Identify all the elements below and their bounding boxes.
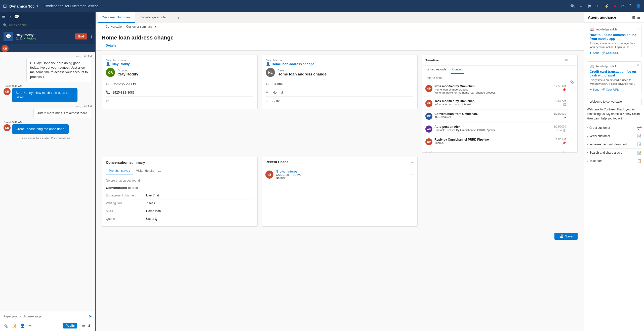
timeline-filter-icon[interactable]: ⊞: [565, 58, 568, 62]
chat-toolbar-icon-3[interactable]: 👤: [20, 323, 25, 328]
flag-icon[interactable]: ⚑: [588, 4, 591, 9]
issue-card: Search issue 👤 Home loan address change …: [262, 55, 418, 109]
script-step-cash[interactable]: › Increase cash withdraw limit 📝: [587, 140, 641, 149]
tl-check-icon[interactable]: ☑: [563, 103, 566, 106]
account-avatar: CR: [106, 68, 115, 77]
tl-emoji-icon[interactable]: ☺: [555, 129, 558, 132]
linked-tab-contact[interactable]: Contact: [451, 66, 464, 74]
sidebar-collapse-icon[interactable]: —: [89, 23, 92, 27]
conv-tab-more[interactable]: ···: [157, 167, 162, 175]
internal-button[interactable]: Internal: [78, 323, 92, 328]
grid-icon[interactable]: ⊞: [3, 3, 7, 9]
recent-cases-card: Recent Cases ··· GI Growth Interest CAS-…: [262, 157, 418, 227]
add-icon[interactable]: ＋: [596, 4, 600, 9]
search-icon[interactable]: 🔍: [570, 4, 575, 9]
settings-icon[interactable]: ⚙: [621, 4, 625, 9]
kc-title-1[interactable]: How to update address online from mobile…: [590, 33, 639, 40]
kc-send-button-2[interactable]: ➤ Send: [590, 88, 599, 91]
ag-list-icon[interactable]: ☰: [637, 15, 640, 19]
copilot-icon[interactable]: ✓: [580, 4, 583, 9]
breadcrumb-back-button[interactable]: ←: [101, 25, 104, 29]
customer-link[interactable]: 👤 Clay Roddy: [106, 62, 253, 66]
script-step-greet[interactable]: › Greet customer 💬: [587, 124, 641, 132]
save-bar: 💾 Save: [96, 231, 584, 242]
tl-chat-icon: ●: [564, 116, 566, 119]
timeline-item: OP Reply by Omnichannel PRRD Pipeline Th…: [422, 135, 570, 148]
chat-list-item[interactable]: 💬 Clay Roddy 02:32 ● Positive End ℹ: [0, 29, 95, 44]
kc-body-1: Existing customers can manage their loan…: [590, 42, 639, 49]
tl-avatar-2: OP: [425, 100, 432, 107]
end-button[interactable]: End: [75, 33, 87, 39]
chat-message-input[interactable]: [4, 314, 87, 318]
reply-input-field[interactable]: [425, 151, 563, 152]
kc-copy-icon-1: 🔗: [601, 51, 605, 55]
conv-tab-visitor[interactable]: Visitor details: [133, 167, 157, 175]
send-message-button[interactable]: ➤: [89, 314, 92, 319]
note-attachment-icon[interactable]: 📎: [570, 80, 574, 84]
tl-delete-icon[interactable]: 🗑: [563, 129, 566, 132]
kc-copy-url-button-2[interactable]: 🔗 Copy URL: [601, 88, 619, 91]
tl-pin-icon[interactable]: 📌: [562, 88, 566, 92]
add-tab-button[interactable]: ＋: [174, 15, 183, 21]
kc-close-2[interactable]: ✕: [637, 64, 639, 67]
sidebar-home-icon[interactable]: ⌂: [9, 14, 11, 19]
content-header: Home loan address change: [96, 30, 584, 41]
tl-pin2-icon[interactable]: 📌: [562, 141, 566, 145]
script-step-verify[interactable]: › Verify customer 📝: [587, 132, 641, 140]
tab-customer-summary[interactable]: Customer Summary: [98, 12, 135, 23]
case-item-name[interactable]: Growth Interest: [276, 170, 408, 173]
message-3: You, 9:48 AM Just 2 more mins. I'm almos…: [33, 105, 92, 118]
note-input-field[interactable]: [425, 76, 574, 80]
step-chat-icon-1: 💬: [637, 126, 641, 130]
case-avatar: HL: [266, 68, 275, 77]
chat-toolbar-icon-2[interactable]: 📝: [12, 323, 17, 328]
kc-send-button-1[interactable]: ➤ Send: [590, 51, 599, 55]
filter-icon[interactable]: ⚡: [604, 4, 609, 9]
left-sidebar: ☰ ⌂ 💬 🔍 — 💬 Clay Roddy 02:32 ● Positive …: [0, 12, 96, 331]
script-dropdown[interactable]: Welcome to conversation: [587, 98, 641, 105]
chat-toolbar-icon-1[interactable]: 📎: [4, 323, 8, 328]
customer-card: Search customer 👤 Clay Roddy CR Account …: [102, 55, 258, 109]
tab-knowledge-article[interactable]: Knowledge article ...: [136, 12, 173, 23]
sidebar-chat-icon[interactable]: 💬: [14, 14, 19, 19]
reply-send-button[interactable]: ➤: [563, 150, 566, 152]
priority-field: ≡ Normal: [266, 88, 413, 97]
kc-copy-url-button-1[interactable]: 🔗 Copy URL: [601, 51, 619, 55]
script-welcome-text: Welcome to Contoso. Thank you for contac…: [587, 107, 641, 121]
issue-link[interactable]: 👤 Home loan address change: [266, 62, 413, 66]
tl-avatar-1: OP: [425, 85, 432, 92]
status-field: ≡ Active: [266, 97, 413, 105]
tl-reply-icon[interactable]: ↩: [559, 129, 562, 132]
notification-icon[interactable]: ●: [614, 4, 617, 9]
public-button[interactable]: Public: [63, 323, 77, 328]
person-icon[interactable]: 👤: [636, 4, 641, 9]
msg-timestamp-1: You, 9:48 AM: [26, 55, 92, 58]
kc-close-1[interactable]: ✕: [637, 27, 639, 30]
chat-info-icon[interactable]: ℹ: [91, 34, 92, 38]
scripts-section: Welcome to conversation Welcome to Conto…: [584, 96, 644, 167]
kc-title-2[interactable]: Credit card transaction fee on cash with…: [590, 70, 639, 77]
sidebar-menu-icon[interactable]: ☰: [2, 14, 6, 19]
case-item-more[interactable]: ···: [411, 173, 414, 177]
conv-tab-pre-chat[interactable]: Pre-chat survey: [106, 167, 133, 175]
recent-cases-more[interactable]: ···: [411, 160, 414, 164]
script-step-search[interactable]: › Search and share article 📝: [587, 149, 641, 157]
kc-book-icon-1: 📖: [590, 27, 594, 31]
breadcrumb-text: Conversation - Customer summary: [106, 25, 152, 28]
extra-field: ⊙ ---: [106, 97, 253, 105]
ag-collapse-icon[interactable]: ⊟: [632, 15, 635, 19]
sub-tab-details[interactable]: Details: [102, 41, 120, 50]
recent-case-item: GI Growth Interest CAS-01002-T3G5V7 Norm…: [262, 167, 417, 182]
breadcrumb-bar: ← Conversation - Customer summary ▼: [96, 23, 584, 30]
help-icon[interactable]: ?: [629, 4, 631, 8]
script-step-note[interactable]: › Take note 📋: [587, 157, 641, 165]
timeline-add-icon[interactable]: ＋: [559, 58, 563, 62]
priority-icon: ≡: [266, 90, 270, 94]
grid-row-1: Search customer 👤 Clay Roddy CR Account …: [96, 51, 584, 157]
save-button[interactable]: 💾 Save: [554, 233, 578, 240]
knowledge-card-1: 📖 Knowledge article ✕ How to update addr…: [587, 25, 641, 57]
linked-tab-records[interactable]: Linked records: [425, 66, 447, 74]
sidebar-search-input[interactable]: [9, 23, 87, 27]
timeline-more-icon[interactable]: ···: [571, 58, 574, 62]
chat-toolbar-icon-4[interactable]: ⇌: [28, 323, 32, 328]
